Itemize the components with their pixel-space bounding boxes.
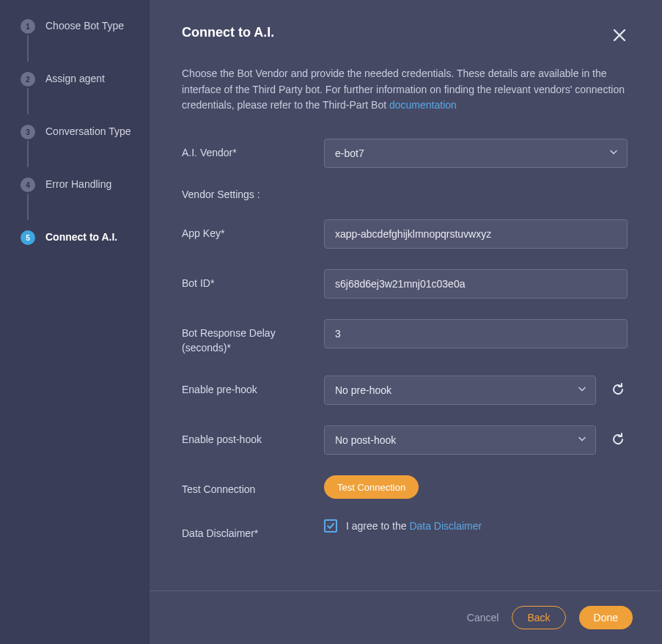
- row-pre-hook: Enable pre-hook No pre-hook: [182, 376, 630, 405]
- step-choose-bot-type[interactable]: 1 Choose Bot Type: [21, 18, 147, 70]
- row-data-disclaimer: Data Disclaimer* I agree to the Data Dis…: [182, 519, 630, 541]
- disclaimer-checkbox[interactable]: [324, 519, 337, 533]
- step-assign-agent[interactable]: 2 Assign agent: [21, 70, 147, 123]
- test-connection-button[interactable]: Test Connection: [324, 475, 419, 499]
- app-key-input[interactable]: [324, 219, 628, 249]
- pre-hook-refresh-button[interactable]: [606, 378, 630, 403]
- cancel-button[interactable]: Cancel: [467, 612, 499, 623]
- chevron-down-icon: [577, 434, 587, 447]
- step-label: Error Handling: [45, 176, 111, 191]
- check-icon: [326, 522, 335, 530]
- post-hook-refresh-button[interactable]: [606, 428, 630, 453]
- ai-vendor-control: e-bot7: [324, 139, 630, 168]
- documentation-link[interactable]: documentation: [389, 99, 457, 111]
- main-panel: Connect to A.I. Choose the Bot Vendor an…: [150, 0, 662, 644]
- response-delay-label: Bot Response Delay (seconds)*: [182, 319, 324, 355]
- step-conversation-type[interactable]: 3 Conversation Type: [21, 123, 147, 176]
- step-number: 5: [21, 230, 35, 245]
- row-response-delay: Bot Response Delay (seconds)*: [182, 319, 630, 355]
- step-number: 1: [21, 19, 35, 34]
- ai-vendor-value: e-bot7: [335, 147, 364, 159]
- step-label: Assign agent: [45, 70, 105, 86]
- post-hook-select[interactable]: No post-hook: [324, 425, 596, 455]
- vendor-settings-label: Vendor Settings :: [182, 189, 630, 200]
- content-area: Connect to A.I. Choose the Bot Vendor an…: [150, 0, 662, 590]
- step-error-handling[interactable]: 4 Error Handling: [21, 176, 147, 229]
- row-bot-id: Bot ID*: [182, 269, 630, 299]
- panel-header: Connect to A.I.: [182, 25, 630, 45]
- response-delay-input[interactable]: [324, 319, 628, 348]
- row-ai-vendor: A.I. Vendor* e-bot7: [182, 139, 630, 168]
- chevron-down-icon: [608, 147, 619, 160]
- chevron-down-icon: [577, 384, 587, 397]
- post-hook-value: No post-hook: [335, 434, 396, 446]
- disclaimer-text: I agree to the Data Disclaimer: [346, 520, 482, 532]
- refresh-icon: [611, 382, 625, 399]
- app-root: 1 Choose Bot Type 2 Assign agent 3 Conve…: [0, 0, 662, 644]
- pre-hook-label: Enable pre-hook: [182, 376, 324, 398]
- pre-hook-value: No pre-hook: [335, 384, 391, 396]
- step-number: 2: [21, 72, 35, 87]
- test-connection-label: Test Connection: [182, 475, 324, 497]
- disclaimer-text-before: I agree to the: [346, 520, 409, 532]
- refresh-icon: [611, 432, 625, 449]
- app-key-label: App Key*: [182, 219, 324, 241]
- disclaimer-checkbox-group: I agree to the Data Disclaimer: [324, 519, 482, 533]
- pre-hook-select[interactable]: No pre-hook: [324, 376, 596, 405]
- description-text: Choose the Bot Vendor and provide the ne…: [182, 66, 630, 114]
- step-label: Conversation Type: [45, 123, 130, 139]
- row-app-key: App Key*: [182, 219, 630, 249]
- row-post-hook: Enable post-hook No post-hook: [182, 425, 630, 455]
- page-title: Connect to A.I.: [182, 25, 274, 40]
- row-test-connection: Test Connection Test Connection: [182, 475, 630, 499]
- wizard-steps: 1 Choose Bot Type 2 Assign agent 3 Conve…: [21, 18, 147, 282]
- done-button[interactable]: Done: [579, 606, 633, 629]
- back-button[interactable]: Back: [512, 606, 565, 629]
- close-button[interactable]: [609, 25, 630, 45]
- data-disclaimer-link[interactable]: Data Disclaimer: [409, 520, 482, 532]
- bot-id-label: Bot ID*: [182, 269, 324, 291]
- footer-bar: Cancel Back Done: [150, 590, 662, 644]
- data-disclaimer-label: Data Disclaimer*: [182, 519, 324, 541]
- step-number: 3: [21, 125, 35, 139]
- post-hook-label: Enable post-hook: [182, 425, 324, 447]
- close-icon: [612, 28, 627, 43]
- ai-vendor-label: A.I. Vendor*: [182, 139, 324, 161]
- step-label: Connect to A.I.: [45, 229, 117, 244]
- step-label: Choose Bot Type: [45, 18, 124, 33]
- step-number: 4: [21, 178, 35, 192]
- bot-id-input[interactable]: [324, 269, 628, 299]
- wizard-sidebar: 1 Choose Bot Type 2 Assign agent 3 Conve…: [0, 0, 147, 644]
- step-connect-to-ai[interactable]: 5 Connect to A.I.: [21, 229, 147, 282]
- ai-vendor-select[interactable]: e-bot7: [324, 139, 628, 168]
